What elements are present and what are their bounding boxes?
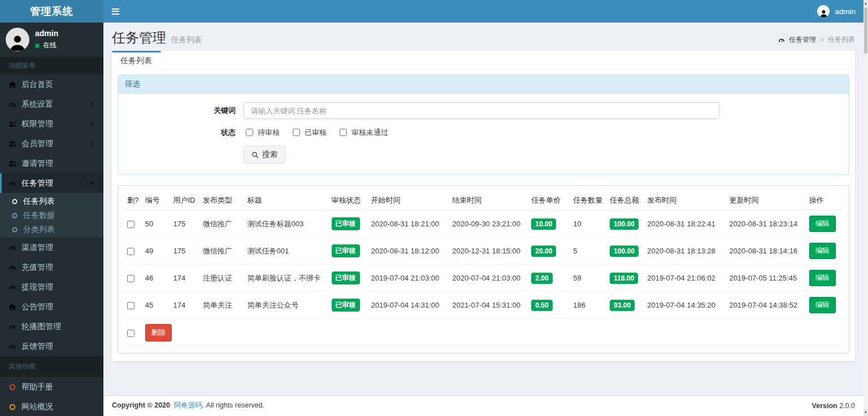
approved-checkbox[interactable]: [293, 129, 300, 136]
status-badge: 已审核: [332, 244, 360, 257]
row-checkbox[interactable]: [127, 275, 134, 282]
chevron-left-icon: [89, 141, 95, 147]
cell-end-time: 2020-09-30 23:21:00: [449, 210, 528, 238]
cell-end-time: 2020-12-31 18:15:00: [449, 238, 528, 265]
table-row: 50 175 微信推广 测试任务标题003 已审核 2020-08-31 18:…: [124, 210, 843, 238]
cell-quantity: 10: [570, 210, 606, 238]
cell-quantity: 186: [570, 292, 606, 319]
keyword-input[interactable]: [244, 102, 719, 119]
edit-button[interactable]: 编辑: [809, 297, 836, 313]
user-avatar: [6, 28, 29, 51]
pending-checkbox[interactable]: [246, 129, 253, 136]
status-badge: 已审核: [332, 272, 360, 284]
status-option-rejected[interactable]: 审核未通过: [337, 127, 388, 138]
chevron-left-icon: [89, 121, 95, 127]
scrollbar-up-arrow[interactable]: [863, 0, 868, 7]
sidebar-section-header: 其他功能: [0, 356, 103, 377]
page-subtitle: 任务列表: [171, 30, 202, 45]
circle-o-icon: [11, 226, 18, 233]
status-option-pending[interactable]: 待审核: [244, 127, 280, 138]
circle-o-icon: [8, 383, 16, 391]
home-icon: [8, 81, 16, 89]
status-form-row: 状态 待审核 已审核: [124, 127, 843, 138]
sidebar-item-permissions[interactable]: 权限管理: [0, 114, 103, 134]
sidebar-item-channels[interactable]: 渠道管理: [0, 238, 103, 257]
sidebar-item-feedback[interactable]: 反馈管理: [0, 336, 103, 356]
sidebar-item-carousel[interactable]: 轮播图管理: [0, 317, 103, 336]
status-badge: 已审核: [332, 217, 360, 230]
gauge-icon: [8, 283, 16, 291]
chevron-left-icon: [89, 101, 95, 107]
home-icon: [8, 303, 16, 311]
sidebar-item-home[interactable]: 后台首页: [0, 75, 103, 94]
scrollbar-down-arrow[interactable]: [863, 409, 868, 416]
sidebar-menu: 后台首页 系统设置 权限管理 会员管理 邀请管理: [0, 75, 103, 193]
cell-publish-time: 2019-07-04 14:35:20: [644, 292, 726, 319]
row-checkbox[interactable]: [127, 221, 134, 228]
content-header: 任务管理 任务列表 任务管理 > 任务列表: [103, 23, 863, 51]
table-row: 49 175 微信推广 测试任务001 已审核 2020-08-31 18:12…: [124, 238, 843, 265]
cell-title: 简单刷脸认证，不绑卡: [244, 265, 328, 292]
sidebar-subitem-task-list[interactable]: 任务列表: [0, 194, 103, 208]
brand-link[interactable]: 阿奇源码: [173, 401, 202, 409]
scrollbar-thumb[interactable]: [864, 7, 867, 54]
price-badge: 2.00: [531, 273, 552, 284]
sidebar-toggle-button[interactable]: [103, 0, 127, 23]
row-checkbox[interactable]: [127, 302, 134, 309]
sidebar-subitem-task-data[interactable]: 任务数据: [0, 208, 103, 222]
keyword-form-row: 关键词: [124, 102, 843, 119]
select-all-checkbox[interactable]: [127, 330, 134, 337]
copyright: Copyright © 2020 阿奇源码. All rights reserv…: [112, 401, 266, 410]
cell-user-id: 175: [170, 210, 199, 238]
sidebar-item-site-overview[interactable]: 网站概况: [0, 397, 103, 416]
cell-type: 注册认证: [199, 265, 244, 292]
sidebar-item-recharge[interactable]: 充值管理: [0, 257, 103, 277]
cell-type: 微信推广: [199, 238, 244, 265]
cell-start-time: 2019-07-04 21:03:00: [368, 265, 449, 292]
gauge-icon: [8, 264, 16, 272]
cell-title: 测试任务标题003: [244, 210, 328, 238]
app-logo[interactable]: 管理系统: [0, 0, 103, 23]
cell-publish-time: 2020-08-31 18:13:28: [644, 238, 726, 265]
cell-quantity: 59: [570, 265, 606, 292]
search-button[interactable]: 搜索: [244, 146, 285, 164]
sidebar-item-withdraw[interactable]: 提现管理: [0, 277, 103, 297]
dashboard-icon: [778, 37, 785, 43]
sidebar-subitem-category-list[interactable]: 分类列表: [0, 222, 103, 237]
scrollbar[interactable]: [863, 0, 868, 416]
sidebar-menu-other: 帮助手册 网站概况 技术支持: [0, 377, 103, 416]
navbar-user-menu[interactable]: admin: [805, 0, 868, 23]
cell-publish-time: 2019-07-04 21:06:02: [644, 265, 726, 292]
delete-button[interactable]: 删除: [145, 324, 172, 341]
gauge-icon: [8, 179, 16, 187]
user-status[interactable]: 在线: [35, 41, 58, 50]
sidebar-item-system-settings[interactable]: 系统设置: [0, 94, 103, 114]
tab-task-list[interactable]: 任务列表: [112, 51, 161, 69]
edit-button[interactable]: 编辑: [809, 243, 836, 259]
content: 任务管理 任务列表 任务管理 > 任务列表 任务列表 筛选: [103, 23, 863, 395]
circle-o-icon: [11, 198, 18, 205]
sidebar-username: admin: [35, 29, 58, 38]
sidebar-item-tasks[interactable]: 任务管理: [0, 173, 103, 193]
sidebar-item-announcements[interactable]: 公告管理: [0, 297, 103, 317]
rejected-checkbox[interactable]: [340, 129, 347, 136]
status-option-approved[interactable]: 已审核: [290, 127, 327, 138]
user-avatar-icon: [817, 5, 830, 17]
sidebar-item-invites[interactable]: 邀请管理: [0, 154, 103, 173]
app-title: 管理系统: [31, 5, 73, 18]
navbar-username: admin: [835, 7, 856, 16]
cell-id: 46: [142, 265, 170, 292]
sidebar-section-header: 功能菜单: [0, 57, 103, 75]
gauge-icon: [8, 343, 16, 351]
cell-start-time: 2020-08-31 18:21:00: [368, 210, 449, 238]
sidebar-item-help-manual[interactable]: 帮助手册: [0, 377, 103, 397]
sidebar-item-members[interactable]: 会员管理: [0, 134, 103, 154]
breadcrumb-root-link[interactable]: 任务管理: [789, 35, 816, 45]
edit-button[interactable]: 编辑: [809, 270, 836, 286]
cell-user-id: 174: [170, 292, 199, 319]
task-table: 删? 编号 用户ID 发布类型 标题 审核状态 开始时间 结束时间 任务单价: [124, 191, 843, 347]
cell-user-id: 175: [170, 238, 199, 265]
edit-button[interactable]: 编辑: [809, 216, 836, 232]
row-checkbox[interactable]: [127, 248, 134, 255]
users-icon: [8, 140, 16, 148]
